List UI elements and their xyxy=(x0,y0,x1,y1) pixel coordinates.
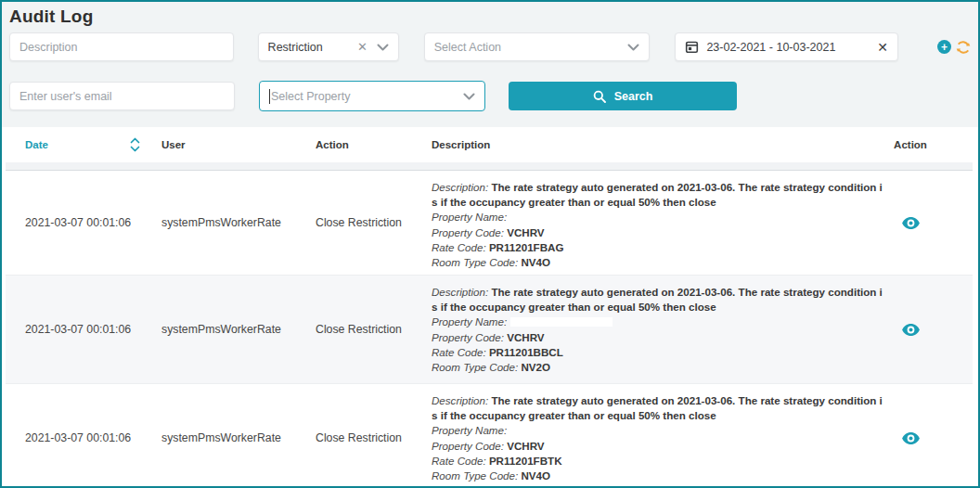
header-divider xyxy=(6,162,973,171)
filter-row-2: Select Property Search xyxy=(9,81,971,111)
view-details-eye-icon[interactable] xyxy=(902,217,920,229)
column-header-user: User xyxy=(142,139,296,150)
row-description: Description: The rate strategy auto gene… xyxy=(412,384,888,488)
table-row: 2021-03-07 00:01:06 systemPmsWorkerRate … xyxy=(6,171,973,276)
add-icon[interactable]: + xyxy=(937,40,951,54)
column-header-row-action: Action xyxy=(888,139,933,150)
column-header-date[interactable]: Date xyxy=(6,137,142,152)
restriction-select[interactable]: Restriction ✕ xyxy=(258,32,399,61)
refresh-icon[interactable] xyxy=(956,40,971,55)
table-row: 2021-03-07 00:01:06 systemPmsWorkerRate … xyxy=(6,384,973,488)
row-action: Close Restriction xyxy=(316,323,402,336)
restriction-select-value: Restriction xyxy=(268,41,323,54)
restriction-clear-icon[interactable]: ✕ xyxy=(357,41,368,53)
property-select-placeholder: Select Property xyxy=(271,90,350,103)
audit-table: Date User Action Description Action 2021… xyxy=(2,127,978,488)
search-button-label: Search xyxy=(614,90,653,103)
row-date: 2021-03-07 00:01:06 xyxy=(25,431,131,444)
row-date: 2021-03-07 00:01:06 xyxy=(25,216,131,229)
date-range-value: 23-02-2021 - 10-03-2021 xyxy=(706,41,835,54)
user-email-input[interactable] xyxy=(9,82,235,110)
input-caret xyxy=(269,89,270,104)
search-button[interactable]: Search xyxy=(509,82,737,110)
date-range-picker[interactable]: 23-02-2021 - 10-03-2021 ✕ xyxy=(675,32,898,61)
sort-icon[interactable] xyxy=(130,137,140,152)
date-clear-icon[interactable]: ✕ xyxy=(877,41,888,54)
action-select[interactable]: Select Action xyxy=(424,32,651,61)
search-icon xyxy=(593,90,606,103)
chevron-down-icon[interactable] xyxy=(627,44,639,51)
audit-log-page: Audit Log Restriction ✕ Select Action xyxy=(0,0,980,488)
redacted-property-name xyxy=(510,212,612,222)
row-description: Description: The rate strategy auto gene… xyxy=(412,276,888,383)
column-header-description: Description xyxy=(412,139,888,150)
row-action: Close Restriction xyxy=(316,216,402,229)
filter-row-1: Restriction ✕ Select Action 23-02-2021 -… xyxy=(9,32,971,61)
action-select-placeholder: Select Action xyxy=(434,41,501,54)
row-user: systemPmsWorkerRate xyxy=(161,431,281,444)
row-date: 2021-03-07 00:01:06 xyxy=(25,323,131,336)
redacted-property-name xyxy=(510,317,612,327)
chevron-down-icon[interactable] xyxy=(377,44,389,51)
description-filter-input[interactable] xyxy=(9,32,234,61)
view-details-eye-icon[interactable] xyxy=(902,432,920,444)
redacted-property-name xyxy=(510,426,612,435)
column-header-date-label: Date xyxy=(25,139,48,150)
page-title: Audit Log xyxy=(9,6,971,27)
table-row: 2021-03-07 00:01:06 systemPmsWorkerRate … xyxy=(6,276,973,384)
chevron-down-icon[interactable] xyxy=(463,93,475,100)
calendar-icon xyxy=(685,40,699,54)
row-user: systemPmsWorkerRate xyxy=(161,216,281,229)
column-header-action: Action xyxy=(296,139,412,150)
row-user: systemPmsWorkerRate xyxy=(161,323,281,336)
property-select[interactable]: Select Property xyxy=(259,81,485,111)
row-action: Close Restriction xyxy=(316,431,402,444)
row-description: Description: The rate strategy auto gene… xyxy=(412,171,888,275)
view-details-eye-icon[interactable] xyxy=(902,324,920,336)
toolbar-icons: + xyxy=(937,40,971,55)
table-header-row: Date User Action Description Action xyxy=(6,127,973,162)
filters-panel: Audit Log Restriction ✕ Select Action xyxy=(2,2,978,127)
